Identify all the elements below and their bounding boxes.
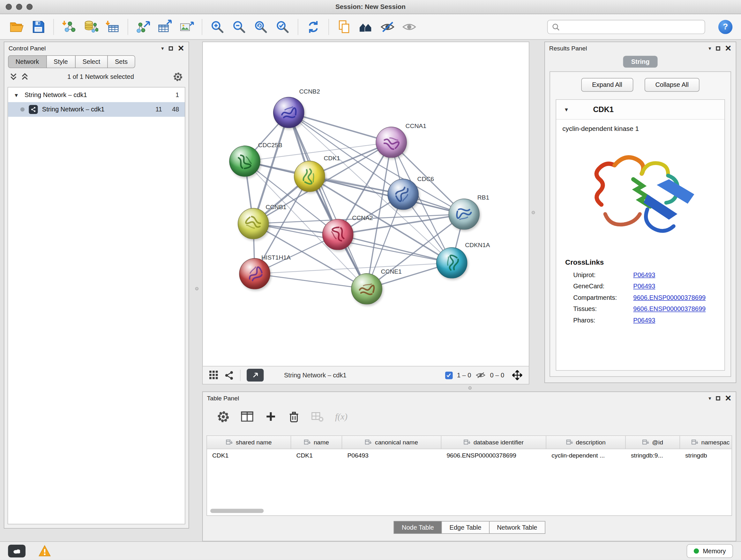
protein-structure-thumbnail [448, 198, 481, 231]
zoom-out-button[interactable] [228, 16, 250, 38]
crosslink-link[interactable]: 9606.ENSP00000378699 [633, 305, 705, 312]
table-row[interactable]: CDK1CDK1P064939606.ENSP00000378699cyclin… [207, 449, 732, 462]
crosslink-link[interactable]: P06493 [633, 316, 655, 323]
duplicate-documents-button[interactable] [333, 16, 355, 38]
share-network-icon[interactable] [224, 370, 234, 380]
column-header-name[interactable]: name [291, 436, 342, 449]
network-node-cdkn1a[interactable] [436, 247, 468, 278]
collapse-all-icon[interactable] [10, 73, 17, 80]
crosslink-link[interactable]: P06493 [633, 271, 655, 278]
network-node-ccna2[interactable] [322, 219, 354, 250]
hidden-eye-slash-icon[interactable] [475, 371, 486, 379]
cloud-button[interactable] [8, 544, 25, 557]
float-panel-icon[interactable]: ▾ [709, 45, 711, 51]
close-panel-icon[interactable]: ✕ [725, 394, 731, 402]
network-node-ccnb2[interactable] [273, 97, 305, 128]
tab-node-table[interactable]: Node Table [394, 521, 442, 534]
add-icon[interactable] [265, 410, 277, 423]
column-header-shared-name[interactable]: shared name [207, 436, 291, 449]
network-node-rb1[interactable] [448, 199, 480, 230]
protein-entry-header[interactable]: ▼ CDK1 [556, 100, 724, 119]
tab-edge-table[interactable]: Edge Table [441, 521, 489, 534]
columns-icon[interactable] [241, 410, 254, 423]
expand-all-icon[interactable] [21, 73, 28, 80]
save-session-button[interactable] [27, 16, 49, 38]
apply-layout-button[interactable] [302, 16, 324, 38]
table-cell[interactable]: CDK1 [291, 449, 342, 462]
network-node-cdc6[interactable] [387, 179, 419, 210]
maximize-panel-icon[interactable] [716, 396, 720, 400]
expander-icon[interactable]: ▼ [564, 107, 570, 112]
crosslink-link[interactable]: P06493 [633, 283, 655, 290]
export-table-button[interactable] [154, 16, 176, 38]
tab-network[interactable]: Network [8, 55, 47, 68]
network-row-selected[interactable]: String Network – cdk1 11 48 [8, 102, 185, 117]
zoom-selected-button[interactable] [272, 16, 293, 38]
crosslink-link[interactable]: 9606.ENSP00000378699 [633, 294, 705, 301]
network-node-ccne1[interactable] [351, 273, 382, 305]
network-node-cdk1[interactable] [294, 161, 325, 192]
expander-icon[interactable]: ▼ [14, 92, 20, 98]
network-node-ccnb1[interactable] [238, 208, 269, 240]
float-panel-icon[interactable]: ▾ [161, 45, 164, 51]
show-details-button[interactable] [398, 16, 420, 38]
splitter-handle[interactable] [468, 386, 472, 389]
close-panel-icon[interactable]: ✕ [178, 44, 184, 52]
table-cell[interactable]: CDK1 [207, 449, 291, 462]
zoom-in-button[interactable] [206, 16, 228, 38]
import-network-from-database-button[interactable] [80, 16, 102, 38]
maximize-panel-icon[interactable] [716, 46, 720, 50]
import-table-from-file-button[interactable] [102, 16, 123, 38]
network-node-ccna1[interactable] [376, 127, 407, 158]
column-header-database-identifier[interactable]: database identifier [441, 436, 546, 449]
network-collection-row[interactable]: ▼ String Network – cdk1 1 [8, 87, 185, 102]
maximize-panel-icon[interactable] [169, 46, 173, 50]
selected-checkbox-icon[interactable] [445, 371, 453, 379]
move-icon[interactable] [512, 370, 522, 380]
column-header-description[interactable]: description [546, 436, 626, 449]
zoom-fit-button[interactable] [250, 16, 272, 38]
network-node-cdc25b[interactable] [229, 145, 260, 177]
close-panel-icon[interactable]: ✕ [725, 44, 731, 52]
tab-network-table[interactable]: Network Table [489, 521, 545, 534]
grid-icon[interactable] [209, 371, 218, 380]
network-node-hist1h1a[interactable] [239, 258, 270, 290]
float-panel-icon[interactable]: ▾ [709, 395, 711, 401]
table-cell[interactable]: cyclin-dependent ... [546, 449, 626, 462]
table-cell[interactable]: 9606.ENSP00000378699 [441, 449, 546, 462]
warning-icon[interactable] [38, 545, 51, 557]
string-tab-badge[interactable]: String [623, 56, 658, 68]
open-session-button[interactable] [6, 16, 27, 38]
save-icon [30, 19, 46, 34]
tab-style[interactable]: Style [46, 55, 75, 68]
search-input[interactable] [562, 23, 700, 30]
export-image-button[interactable] [176, 16, 198, 38]
horizontal-scrollbar[interactable] [210, 509, 264, 513]
splitter-handle[interactable] [195, 287, 199, 290]
network-view[interactable]: CCNB2CCNA1CDC25BCDK1CDC6RB1CCNB1CCNA2CDK… [202, 42, 529, 384]
gear-icon[interactable] [173, 71, 183, 81]
trash-icon[interactable] [288, 410, 300, 423]
table-cell[interactable]: P06493 [342, 449, 441, 462]
expand-all-button[interactable]: Expand All [581, 78, 633, 91]
splitter-handle[interactable] [532, 211, 535, 214]
gear-icon[interactable] [217, 410, 230, 423]
homes-button[interactable] [355, 16, 377, 38]
column-header--id[interactable]: @id [626, 436, 680, 449]
hide-details-button[interactable] [377, 16, 398, 38]
collapse-all-button[interactable]: Collapse All [644, 78, 699, 91]
column-header-namespac[interactable]: namespac [680, 436, 732, 449]
export-network-button[interactable] [132, 16, 154, 38]
import-network-from-file-button[interactable] [58, 16, 80, 38]
tab-sets[interactable]: Sets [107, 55, 135, 68]
zoom-fit-icon [253, 19, 268, 34]
node-table[interactable]: shared namenamecanonical namedatabase id… [206, 435, 732, 516]
memory-button[interactable]: Memory [687, 544, 733, 558]
tab-select[interactable]: Select [75, 55, 108, 68]
column-header-canonical-name[interactable]: canonical name [342, 436, 441, 449]
column-type-icon [304, 439, 311, 445]
open-in-browser-button[interactable] [247, 369, 264, 381]
table-cell[interactable]: stringdb:9... [626, 449, 680, 462]
table-cell[interactable]: stringdb [680, 449, 732, 462]
help-button[interactable]: ? [718, 19, 732, 34]
